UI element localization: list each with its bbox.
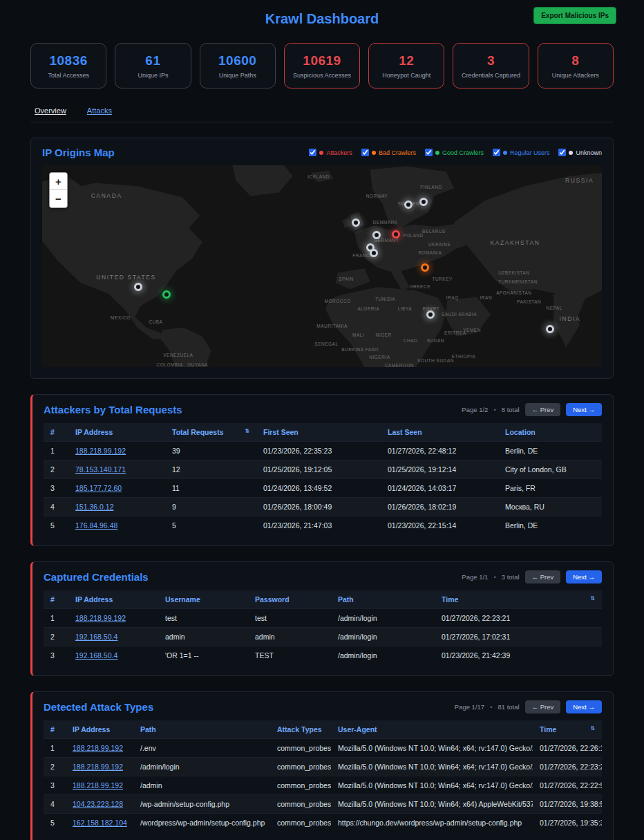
col-path[interactable]: Path <box>331 590 435 609</box>
total-count: 81 total <box>498 703 519 711</box>
path-cell: /.env <box>133 739 270 758</box>
map-country-label: NIGER <box>376 333 392 337</box>
table-row: 3 192.168.50.4 'OR 1=1 -- TEST /admin/lo… <box>44 646 602 665</box>
map-legend: Attackers Bad Crawlers Good Crawlers Reg… <box>309 149 602 156</box>
map-marker-unknown[interactable] <box>546 325 554 333</box>
ip-link[interactable]: 192.168.50.4 <box>75 633 117 641</box>
app-header: Krawl Dashboard Export Malicious IPs <box>30 4 614 33</box>
ip-link[interactable]: 78.153.140.171 <box>75 465 126 474</box>
map-marker-unknown[interactable] <box>370 249 378 257</box>
col-first-seen[interactable]: First Seen <box>256 423 381 442</box>
user-agent-cell: https://chungo.dev/wordpress/wp-admin/se… <box>331 814 533 832</box>
col-ip-address[interactable]: IP Address <box>66 720 133 739</box>
ip-link[interactable]: 176.84.96.48 <box>75 521 117 530</box>
path-cell: /admin <box>133 776 270 795</box>
path-cell: /admin/login <box>133 758 270 776</box>
user-agent-cell: Mozilla/5.0 (Windows NT 10.0; Win64; x64… <box>331 776 533 795</box>
stats-row: 10836 Total Accesses 61 Unique IPs 10600… <box>30 43 614 88</box>
table-row: 2 192.168.50.4 admin admin /admin/login … <box>44 628 602 646</box>
col-path[interactable]: Path <box>133 720 270 739</box>
legend-item-unknown[interactable]: Unknown <box>558 149 602 156</box>
zoom-in-button[interactable]: + <box>50 173 67 190</box>
total-requests-cell: 5 <box>165 516 256 535</box>
zoom-out-button[interactable]: − <box>50 190 67 207</box>
map-marker-unknown[interactable] <box>352 218 360 227</box>
ip-link[interactable]: 162.158.182.104 <box>73 819 127 827</box>
map-country-label: AFGHANISTAN <box>496 290 531 295</box>
credentials-table: # IP Address Username Password Path Time… <box>44 590 602 664</box>
next-page-button[interactable]: Next → <box>566 700 602 713</box>
attack-types-cell: common_probes <box>270 776 331 795</box>
tab-overview[interactable]: Overview <box>35 106 66 115</box>
legend-checkbox-regular-users[interactable] <box>493 149 500 156</box>
legend-dot <box>319 151 323 155</box>
legend-item-attackers[interactable]: Attackers <box>309 149 352 156</box>
map-marker-attacker[interactable] <box>392 230 400 239</box>
legend-checkbox-bad-crawlers[interactable] <box>361 149 369 156</box>
ip-link[interactable]: 185.177.72.60 <box>75 484 122 492</box>
ip-link[interactable]: 104.23.223.128 <box>73 800 123 808</box>
map-marker-unknown[interactable] <box>372 231 381 239</box>
sort-icon[interactable]: ⇅ <box>245 428 249 434</box>
map-country-label: GREECE <box>410 284 430 289</box>
ip-link[interactable]: 188.218.99.192 <box>75 614 126 622</box>
prev-page-button[interactable]: ← Prev <box>525 700 561 713</box>
map-country-label: ETHIOPIA <box>452 353 475 358</box>
map-marker-bad-crawler[interactable] <box>421 263 429 272</box>
legend-dot <box>503 151 507 155</box>
row-num: 5 <box>44 814 66 832</box>
row-num: 2 <box>44 758 66 776</box>
map-marker-unknown[interactable] <box>134 283 142 291</box>
ip-link[interactable]: 192.168.50.4 <box>75 651 117 660</box>
legend-checkbox-good-crawlers[interactable] <box>425 149 433 156</box>
export-malicious-ips-button[interactable]: Export Malicious IPs <box>533 7 616 24</box>
pager-separator: • <box>493 406 495 413</box>
ip-link[interactable]: 188.218.99.192 <box>73 763 123 771</box>
attack-types-pagination: Page 1/17 • 81 total ← Prev Next → <box>455 700 602 713</box>
stat-card: 61 Unique IPs <box>115 43 191 88</box>
ip-link[interactable]: 151.36.0.12 <box>75 503 113 511</box>
prev-page-button[interactable]: ← Prev <box>525 403 561 416</box>
map-country-label: UZBEKISTAN <box>498 270 529 274</box>
col-time[interactable]: Time⇅ <box>533 720 602 739</box>
legend-checkbox-attackers[interactable] <box>309 149 316 156</box>
next-page-button[interactable]: Next → <box>566 403 602 416</box>
sort-icon[interactable]: ⇅ <box>590 725 595 731</box>
attack-types-cell: common_probes <box>270 758 331 776</box>
row-num: 1 <box>44 609 68 628</box>
map-marker-unknown[interactable] <box>426 310 435 319</box>
legend-checkbox-unknown[interactable] <box>558 149 566 156</box>
col-ip-address[interactable]: IP Address <box>68 423 165 442</box>
col-total-requests-label: Total Requests <box>172 428 223 436</box>
stat-card: 10619 Suspicious Accesses <box>284 43 360 88</box>
col-last-seen[interactable]: Last Seen <box>381 423 498 442</box>
ip-link[interactable]: 188.218.99.192 <box>75 447 126 455</box>
col-total-requests[interactable]: Total Requests⇅ <box>165 423 256 442</box>
col-password[interactable]: Password <box>248 590 331 609</box>
map-canvas[interactable]: + − ICELANDCANADARUSSIANORWAYFINLANDSWED… <box>42 165 602 367</box>
map-country-label: TURKMENISTAN <box>498 279 538 283</box>
map-country-label: SUDAN <box>427 337 444 342</box>
prev-page-button[interactable]: ← Prev <box>525 570 561 584</box>
map-country-label: GUYANA <box>187 362 208 366</box>
sort-icon[interactable]: ⇅ <box>590 595 595 601</box>
next-page-button[interactable]: Next → <box>566 570 602 584</box>
col-location[interactable]: Location <box>498 423 602 442</box>
legend-item-regular-users[interactable]: Regular Users <box>493 149 550 156</box>
map-panel-title: IP Origins Map <box>42 147 115 158</box>
col-time[interactable]: Time⇅ <box>435 590 602 609</box>
tab-attacks[interactable]: Attacks <box>87 106 112 115</box>
map-marker-good-crawler[interactable] <box>162 290 171 299</box>
legend-item-good-crawlers[interactable]: Good Crawlers <box>425 149 484 156</box>
legend-item-bad-crawlers[interactable]: Bad Crawlers <box>361 149 416 156</box>
col-username[interactable]: Username <box>158 590 248 609</box>
ip-link[interactable]: 188.218.99.192 <box>73 781 123 790</box>
col-user-agent[interactable]: User-Agent <box>331 720 533 739</box>
page-indicator: Page 1/17 <box>455 703 484 711</box>
col-attack-types[interactable]: Attack Types <box>270 720 331 739</box>
map-country-label: NEPAL <box>546 305 562 310</box>
map-marker-unknown[interactable] <box>404 200 413 209</box>
map-marker-unknown[interactable] <box>419 198 428 206</box>
ip-link[interactable]: 188.218.99.192 <box>73 744 123 752</box>
col-ip-address[interactable]: IP Address <box>68 590 158 609</box>
